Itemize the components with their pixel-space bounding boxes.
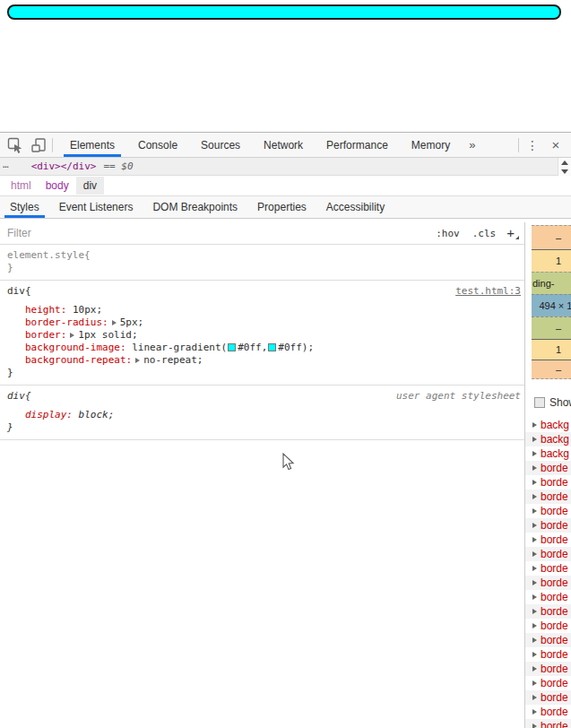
customize-menu-icon[interactable]: ⋮ bbox=[521, 134, 544, 156]
breadcrumb-html[interactable]: html bbox=[4, 177, 39, 195]
computed-property-row[interactable]: borde bbox=[525, 633, 571, 647]
dom-tree-selected-row[interactable]: … <div></div> == $0 bbox=[0, 158, 571, 176]
computed-property-row[interactable]: borde bbox=[525, 518, 571, 533]
css-property-line[interactable]: background-repeat:no-repeat; bbox=[7, 354, 523, 367]
computed-property-row[interactable]: borde bbox=[525, 561, 571, 576]
scroll-up-icon[interactable] bbox=[561, 160, 568, 165]
toggle-element-state-button[interactable]: :hov bbox=[429, 226, 466, 241]
computed-property-row[interactable]: borde bbox=[525, 590, 571, 604]
computed-property-row[interactable]: borde bbox=[525, 533, 571, 547]
expand-triangle-icon[interactable] bbox=[532, 465, 537, 471]
computed-property-row[interactable]: borde bbox=[525, 576, 571, 590]
scroll-down-icon[interactable] bbox=[561, 169, 568, 174]
expand-arrow-icon[interactable] bbox=[135, 358, 140, 363]
box-model-padding-row[interactable]: – bbox=[532, 316, 571, 339]
expand-triangle-icon[interactable] bbox=[532, 523, 537, 528]
box-model-border-row[interactable]: 1 bbox=[532, 339, 571, 360]
expand-triangle-icon[interactable] bbox=[532, 709, 537, 715]
expand-triangle-icon[interactable] bbox=[532, 724, 537, 728]
css-property-line[interactable]: display: block; bbox=[7, 409, 523, 421]
color-swatch-icon[interactable] bbox=[228, 343, 236, 351]
panel-tab-properties[interactable]: Properties bbox=[250, 196, 314, 218]
tab-sources[interactable]: Sources bbox=[189, 133, 252, 157]
computed-property-row[interactable]: borde bbox=[525, 619, 571, 633]
computed-property-row[interactable]: backg bbox=[525, 418, 571, 432]
color-swatch-icon[interactable] bbox=[268, 343, 276, 351]
box-model-content-row[interactable]: 494 × 10 bbox=[532, 294, 571, 316]
expand-triangle-icon[interactable] bbox=[532, 623, 537, 628]
styles-filter-input[interactable] bbox=[7, 227, 429, 239]
expand-triangle-icon[interactable] bbox=[532, 594, 537, 600]
panel-tab-dom-breakpoints[interactable]: DOM Breakpoints bbox=[145, 196, 245, 218]
inspect-element-icon[interactable] bbox=[4, 134, 27, 156]
expand-triangle-icon[interactable] bbox=[532, 508, 537, 514]
tab-network[interactable]: Network bbox=[252, 133, 315, 157]
expand-triangle-icon[interactable] bbox=[532, 422, 537, 428]
panel-tab-styles[interactable]: Styles bbox=[3, 196, 47, 218]
box-model-padding-row[interactable]: ding- bbox=[532, 272, 571, 294]
computed-property-row[interactable]: borde bbox=[525, 676, 571, 690]
rule-selector-line: div {user agent stylesheet bbox=[7, 390, 523, 403]
expand-arrow-icon[interactable] bbox=[70, 333, 74, 338]
element-classes-button[interactable]: .cls bbox=[466, 226, 503, 241]
box-model-margin-row[interactable]: – bbox=[532, 360, 571, 379]
new-style-rule-button[interactable]: + bbox=[502, 225, 521, 242]
computed-property-row[interactable]: borde bbox=[525, 647, 571, 662]
tab-elements[interactable]: Elements bbox=[58, 133, 126, 157]
expand-triangle-icon[interactable] bbox=[532, 652, 537, 657]
expand-triangle-icon[interactable] bbox=[532, 437, 537, 442]
computed-property-row[interactable]: borde bbox=[525, 461, 571, 475]
panel-tab-accessibility[interactable]: Accessibility bbox=[319, 196, 392, 218]
breadcrumb-div[interactable]: div bbox=[76, 177, 104, 195]
open-brace: { bbox=[25, 285, 31, 298]
css-property-name: border: bbox=[25, 329, 66, 341]
expand-arrow-icon[interactable] bbox=[112, 320, 117, 325]
css-property-line[interactable]: border:1px solid; bbox=[7, 329, 523, 342]
dom-tree-scrollbar[interactable] bbox=[558, 158, 571, 176]
expand-triangle-icon[interactable] bbox=[532, 580, 537, 585]
css-property-line[interactable]: background-image: linear-gradient(#0ff,#… bbox=[7, 342, 523, 354]
rule-selector[interactable]: div bbox=[7, 285, 25, 298]
more-tabs-button[interactable]: » bbox=[462, 133, 482, 157]
stylesheet-source-link[interactable]: test.html:3 bbox=[455, 285, 523, 298]
show-all-checkbox[interactable] bbox=[534, 397, 545, 408]
expand-triangle-icon[interactable] bbox=[532, 609, 537, 614]
css-property-line[interactable]: height: 10px; bbox=[7, 304, 523, 316]
computed-property-row[interactable]: borde bbox=[525, 490, 571, 504]
expand-triangle-icon[interactable] bbox=[532, 551, 537, 557]
computed-property-row[interactable]: borde bbox=[525, 662, 571, 676]
computed-property-row[interactable]: borde bbox=[525, 705, 571, 719]
box-model-margin-row[interactable]: – bbox=[532, 225, 571, 249]
expand-triangle-icon[interactable] bbox=[532, 537, 537, 542]
expand-triangle-icon[interactable] bbox=[532, 566, 537, 571]
computed-property-row[interactable]: borde bbox=[525, 604, 571, 619]
tab-memory[interactable]: Memory bbox=[400, 133, 462, 157]
selected-div-node[interactable]: <div></div> bbox=[31, 160, 97, 172]
panel-tab-event-listeners[interactable]: Event Listeners bbox=[52, 196, 141, 218]
computed-property-row[interactable]: borde bbox=[525, 719, 571, 728]
computed-property-row[interactable]: backg bbox=[525, 432, 571, 446]
expand-triangle-icon[interactable] bbox=[532, 680, 537, 686]
tab-console[interactable]: Console bbox=[126, 133, 189, 157]
computed-property-row[interactable]: borde bbox=[525, 504, 571, 518]
computed-property-row[interactable]: backg bbox=[525, 446, 571, 461]
rule-selector[interactable]: element.style bbox=[7, 249, 84, 262]
box-model-border-row[interactable]: 1 bbox=[532, 249, 571, 272]
dom-overflow-ellipsis[interactable]: … bbox=[0, 159, 13, 174]
breadcrumb-body[interactable]: body bbox=[39, 177, 76, 195]
tab-performance[interactable]: Performance bbox=[315, 133, 400, 157]
device-toolbar-icon[interactable] bbox=[27, 134, 50, 156]
rule-selector[interactable]: div bbox=[7, 390, 25, 403]
expand-triangle-icon[interactable] bbox=[532, 695, 537, 700]
computed-property-row[interactable]: borde bbox=[525, 547, 571, 561]
expand-triangle-icon[interactable] bbox=[532, 494, 537, 499]
expand-triangle-icon[interactable] bbox=[532, 637, 537, 643]
expand-triangle-icon[interactable] bbox=[532, 451, 537, 456]
computed-property-row[interactable]: borde bbox=[525, 690, 571, 705]
close-devtools-icon[interactable]: × bbox=[544, 134, 567, 156]
css-property-line[interactable]: border-radius:5px; bbox=[7, 316, 523, 329]
expand-triangle-icon[interactable] bbox=[532, 666, 537, 672]
box-model-diagram[interactable]: –1ding-494 × 10–1– bbox=[532, 225, 571, 379]
computed-property-row[interactable]: borde bbox=[525, 475, 571, 490]
expand-triangle-icon[interactable] bbox=[532, 480, 537, 485]
